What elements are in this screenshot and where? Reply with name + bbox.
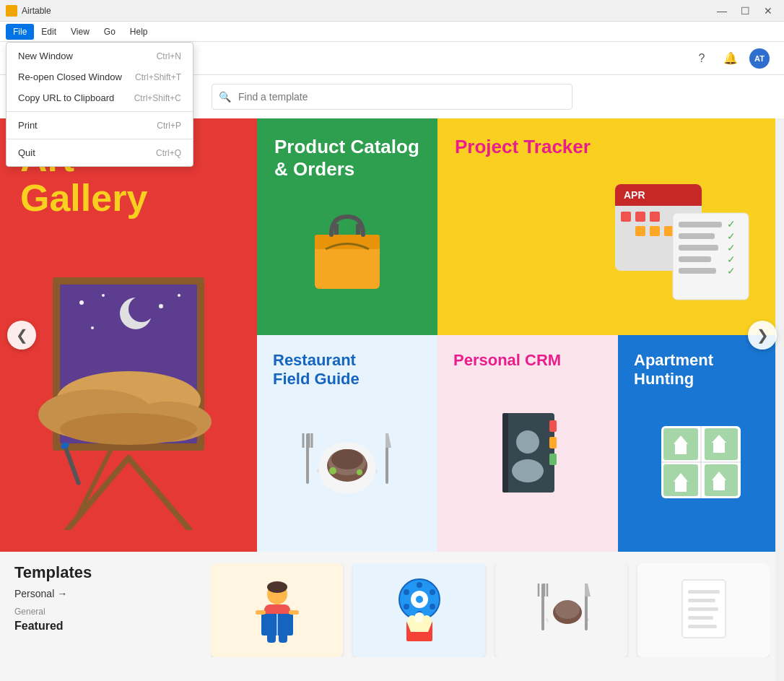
personal-crm-title: Personal CRM	[453, 351, 602, 370]
personal-label: Personal	[14, 588, 54, 599]
help-icon[interactable]: ?	[692, 48, 712, 69]
template-thumb-4[interactable]	[637, 563, 770, 657]
sidebar-group-label: General	[14, 607, 188, 617]
minimize-button[interactable]: —	[712, 1, 732, 21]
search-icon: 🔍	[219, 91, 231, 103]
svg-point-68	[512, 459, 544, 482]
restaurant-title: RestaurantField Guide	[273, 351, 422, 389]
separator-1	[6, 111, 193, 112]
menu-new-window[interactable]: New Window Ctrl+N	[6, 45, 193, 66]
card-personal-crm[interactable]: Personal CRM	[437, 335, 618, 552]
menu-help[interactable]: Help	[123, 24, 155, 40]
menu-reopen-window[interactable]: Re-open Closed Window Ctrl+Shift+T	[6, 66, 193, 87]
reopen-window-shortcut: Ctrl+Shift+T	[135, 72, 181, 82]
separator-2	[6, 139, 193, 139]
svg-rect-39	[635, 240, 645, 251]
svg-rect-28	[621, 212, 631, 222]
template-thumb-2[interactable]	[353, 563, 485, 657]
search-input[interactable]	[212, 84, 572, 110]
category-tabs: Personal →	[14, 588, 188, 599]
app-icon	[6, 5, 17, 17]
svg-rect-84	[713, 480, 725, 490]
svg-point-60	[329, 467, 336, 474]
project-tracker-image: APR	[455, 158, 767, 318]
svg-rect-42	[679, 233, 715, 239]
featured-carousel: ❮ ❯ ArtGallery	[0, 118, 784, 552]
close-button[interactable]: ✕	[758, 1, 778, 21]
svg-point-59	[331, 449, 363, 469]
card-art-gallery[interactable]: ArtGallery	[0, 118, 257, 552]
sidebar-featured-label: Featured	[14, 620, 188, 633]
menu-print[interactable]: Print Ctrl+P	[6, 115, 193, 136]
svg-point-10	[102, 294, 105, 297]
title-bar: Airtable — ☐ ✕	[0, 0, 784, 22]
card-apartment-hunting[interactable]: ApartmentHunting	[618, 335, 784, 552]
svg-point-96	[416, 596, 423, 603]
menu-edit[interactable]: Edit	[34, 24, 64, 40]
svg-rect-120	[688, 616, 713, 620]
svg-rect-66	[549, 454, 557, 465]
copy-url-shortcut: Ctrl+Shift+C	[134, 93, 181, 103]
personal-category[interactable]: Personal →	[14, 588, 67, 599]
personal-arrow: →	[57, 588, 67, 599]
card-product-catalog[interactable]: Product Catalog& Orders	[257, 118, 437, 335]
template-thumb-3[interactable]	[495, 563, 627, 657]
svg-rect-117	[688, 590, 720, 594]
quit-shortcut: Ctrl+Q	[156, 148, 181, 158]
carousel-right-arrow[interactable]: ❯	[748, 321, 777, 350]
notifications-icon[interactable]: 🔔	[720, 48, 741, 69]
svg-point-99	[404, 589, 409, 595]
scrollbar[interactable]	[775, 75, 784, 681]
user-avatar[interactable]: AT	[749, 48, 770, 69]
svg-rect-38	[621, 240, 631, 251]
restaurant-image	[273, 389, 422, 536]
carousel-left-arrow[interactable]: ❮	[7, 321, 36, 350]
title-bar-left: Airtable	[6, 5, 51, 17]
svg-line-1	[67, 458, 129, 530]
svg-rect-91	[289, 610, 299, 615]
svg-rect-33	[621, 226, 631, 236]
svg-rect-93	[279, 625, 287, 643]
template-thumb-1[interactable]	[211, 563, 343, 657]
svg-point-8	[129, 296, 154, 322]
card-project-tracker[interactable]: Project Tracker APR	[437, 118, 784, 335]
quit-label: Quit	[18, 147, 35, 158]
reopen-window-label: Re-open Closed Window	[18, 71, 122, 82]
art-gallery-image	[14, 256, 243, 530]
svg-rect-121	[688, 625, 717, 628]
menu-view[interactable]: View	[64, 24, 97, 40]
svg-rect-35	[650, 226, 660, 236]
svg-text:✓: ✓	[727, 230, 736, 242]
svg-rect-65	[549, 437, 557, 448]
svg-rect-44	[679, 256, 711, 262]
maximize-button[interactable]: ☐	[735, 1, 755, 21]
templates-title: Templates	[14, 563, 188, 582]
svg-rect-29	[635, 212, 645, 222]
menu-bar: File Edit View Go Help	[0, 22, 784, 42]
svg-point-11	[159, 304, 163, 308]
menu-file[interactable]: File	[6, 24, 34, 40]
menu-go[interactable]: Go	[97, 24, 123, 40]
file-dropdown-menu: New Window Ctrl+N Re-open Closed Window …	[6, 42, 193, 167]
menu-quit[interactable]: Quit Ctrl+Q	[6, 142, 193, 163]
svg-point-106	[422, 615, 431, 624]
svg-rect-30	[650, 212, 660, 222]
card-restaurant[interactable]: RestaurantField Guide	[257, 335, 437, 552]
apartment-hunting-title: ApartmentHunting	[634, 351, 768, 389]
svg-text:✓: ✓	[727, 218, 736, 230]
product-catalog-title: Product Catalog& Orders	[274, 136, 420, 181]
svg-rect-82	[675, 482, 687, 492]
svg-rect-41	[679, 222, 722, 227]
window-controls: — ☐ ✕	[712, 1, 778, 21]
personal-crm-image	[453, 370, 602, 536]
svg-rect-69	[502, 413, 508, 493]
product-catalog-image	[274, 181, 420, 318]
svg-text:✓: ✓	[727, 253, 736, 265]
svg-point-13	[91, 326, 94, 329]
menu-copy-url[interactable]: Copy URL to Clipboard Ctrl+Shift+C	[6, 87, 193, 108]
svg-point-61	[357, 469, 362, 475]
svg-point-67	[516, 430, 539, 454]
svg-rect-0	[7, 6, 16, 15]
svg-point-86	[267, 581, 287, 593]
svg-rect-34	[635, 226, 645, 236]
